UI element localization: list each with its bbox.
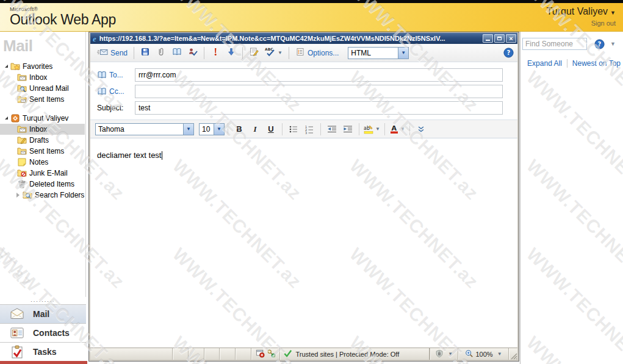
chevron-down-icon[interactable]: ▼: [400, 126, 405, 132]
font-family-select[interactable]: Tahoma ▼: [95, 123, 194, 135]
tree-node-deleted[interactable]: Deleted Items: [0, 179, 85, 190]
cc-input[interactable]: [135, 85, 503, 98]
find-someone-row: ? ▼: [522, 38, 622, 50]
zoom-icon: [465, 349, 474, 359]
subject-label-text: Subject:: [97, 104, 123, 112]
expander-closed-icon[interactable]: [16, 193, 20, 198]
compose-titlebar[interactable]: e https://192.168.1.3/?ae=Item&a=New&t=I…: [90, 33, 517, 44]
numbered-list-button[interactable]: 123: [303, 123, 316, 136]
attach-file-button[interactable]: [153, 46, 169, 60]
bold-button[interactable]: B: [232, 123, 246, 136]
to-input[interactable]: [135, 68, 503, 82]
tree-node-inbox-selected[interactable]: Inbox: [0, 124, 85, 135]
cc-button[interactable]: Cc...: [90, 87, 135, 96]
nav-item-contacts[interactable]: Contacts: [0, 323, 86, 342]
help-icon[interactable]: ?: [594, 39, 605, 49]
increase-indent-button[interactable]: [341, 123, 355, 136]
minimize-button[interactable]: [483, 34, 493, 43]
maximize-icon: [497, 37, 502, 40]
italic-button[interactable]: I: [248, 123, 262, 136]
contacts-icon: [10, 326, 24, 340]
tree-node-drafts[interactable]: Drafts: [0, 135, 85, 146]
tree-node-sent-items[interactable]: Sent Items: [0, 146, 85, 157]
tree-node-unread-mail[interactable]: Unread Mail: [0, 83, 85, 94]
message-format-select[interactable]: HTML ▼: [348, 47, 409, 59]
search-folder-icon: [23, 190, 32, 200]
chevron-down-icon: ▼: [610, 10, 616, 16]
view-links: Expand All Newest on Top: [520, 59, 623, 68]
nav-item-label: Tasks: [33, 347, 57, 357]
subject-row: Subject:: [90, 101, 517, 115]
resize-grip[interactable]: [509, 348, 517, 360]
statusbar-segment: [90, 348, 173, 360]
message-body-editor[interactable]: decliamer text test: [90, 138, 517, 348]
save-icon: [140, 47, 150, 59]
tree-node-label: Junk E-Mail: [29, 169, 68, 177]
signature-button[interactable]: [246, 46, 262, 60]
high-importance-button[interactable]: [207, 46, 223, 60]
security-zone-segment[interactable]: Trusted sites | Protected Mode: Off: [280, 348, 430, 360]
newest-on-top-link[interactable]: Newest on Top: [572, 59, 621, 68]
tree-node-notes[interactable]: Notes: [0, 157, 85, 168]
highlight-button[interactable]: ab ▼: [364, 123, 380, 136]
font-family-value: Tahoma: [96, 125, 183, 134]
search-folder-icon: [17, 84, 27, 93]
protection-menu-segment[interactable]: ▼: [430, 348, 458, 360]
expander-open-icon[interactable]: [5, 116, 8, 120]
chevron-down-icon[interactable]: ▼: [375, 126, 380, 132]
nav-item-mail[interactable]: Mail: [0, 304, 86, 323]
svg-text:?: ?: [598, 41, 602, 48]
tree-node-favorites[interactable]: Favorites: [0, 61, 85, 72]
tree-node-fav-sent[interactable]: Sent Items: [0, 94, 85, 105]
popup-blocked-icon[interactable]: [256, 349, 265, 359]
check-names-button[interactable]: [185, 46, 201, 60]
chevron-down-icon[interactable]: ▼: [610, 41, 616, 47]
help-icon[interactable]: ?: [503, 48, 514, 58]
tree-node-account[interactable]: Turqut Valiyev: [0, 113, 85, 124]
maximize-button[interactable]: [494, 34, 505, 43]
options-icon: [295, 47, 305, 59]
sign-out-link[interactable]: Sign out: [547, 20, 616, 27]
tree-node-search-folders[interactable]: Search Folders: [0, 190, 85, 201]
send-button[interactable]: Send: [94, 46, 131, 60]
inbox-folder-icon: [17, 124, 27, 134]
zoom-segment[interactable]: 100% ▼: [458, 348, 509, 360]
nav-splitter-handle[interactable]: .........: [0, 297, 86, 304]
to-button[interactable]: To...: [90, 70, 135, 80]
spellcheck-icon: ABC: [265, 47, 276, 59]
expander-open-icon[interactable]: [5, 65, 8, 68]
options-button[interactable]: Options...: [292, 46, 342, 60]
tree-node-label: Inbox: [29, 125, 47, 134]
nav-item-label: Mail: [33, 309, 49, 319]
expand-all-link[interactable]: Expand All: [527, 59, 562, 68]
filter-key-icon[interactable]: [267, 349, 276, 359]
check-names-icon: [188, 47, 198, 59]
address-book-icon: [97, 87, 107, 96]
tree-node-fav-inbox[interactable]: Inbox: [0, 72, 85, 83]
cc-label: Cc...: [109, 87, 124, 96]
find-someone-input[interactable]: [522, 38, 587, 50]
tree-node-label: Search Folders: [35, 191, 84, 199]
font-size-select[interactable]: 10 ▼: [199, 123, 225, 135]
nav-item-tasks[interactable]: Tasks: [0, 342, 86, 361]
spellcheck-button[interactable]: ABC ▼: [262, 46, 286, 60]
address-book-button[interactable]: [169, 46, 185, 60]
save-button[interactable]: [137, 46, 153, 60]
subject-input[interactable]: [135, 101, 503, 115]
close-button[interactable]: ×: [506, 34, 516, 43]
decrease-indent-button[interactable]: [325, 123, 339, 136]
more-formatting-button[interactable]: [414, 123, 428, 136]
tree-node-label: Drafts: [29, 136, 49, 145]
font-color-button[interactable]: A ▼: [389, 123, 405, 136]
statusbar-segment: [204, 348, 220, 360]
toolbar-separator: [204, 47, 204, 59]
user-menu[interactable]: Turqut Valiyev▼: [547, 6, 616, 17]
format-separator: [228, 123, 228, 135]
low-importance-button[interactable]: [223, 46, 239, 60]
tree-node-junk[interactable]: Junk E-Mail: [0, 168, 85, 179]
statusbar-segment: [236, 348, 251, 360]
underline-button[interactable]: U: [264, 123, 278, 136]
green-check-icon: [283, 349, 292, 359]
bullet-list-button[interactable]: [287, 123, 300, 136]
chevron-down-icon[interactable]: ▼: [278, 50, 283, 55]
